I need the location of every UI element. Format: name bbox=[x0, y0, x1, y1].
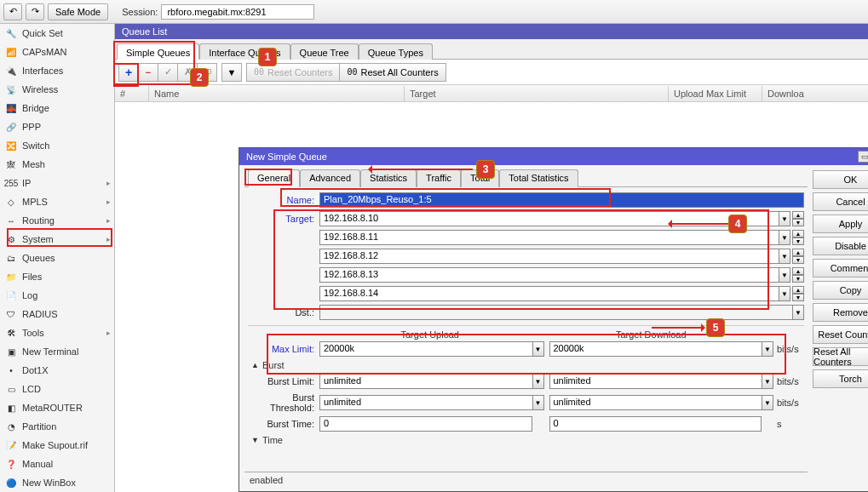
undo-button[interactable]: ↶ bbox=[3, 3, 22, 20]
sidebar-item-make-supout.rif[interactable]: 📝Make Supout.rif bbox=[0, 436, 114, 455]
dialog-tab-advanced[interactable]: Advanced bbox=[300, 169, 360, 187]
time-section-toggle[interactable]: ▼Time bbox=[251, 435, 804, 445]
sidebar-item-new-winbox[interactable]: 🔵New WinBox bbox=[0, 473, 114, 492]
sidebar-item-label: Switch bbox=[22, 140, 49, 151]
target-dropdown-3[interactable]: ▼ bbox=[779, 267, 790, 283]
sidebar-item-lcd[interactable]: ▭LCD bbox=[0, 380, 114, 398]
sidebar-item-wireless[interactable]: 📡Wireless bbox=[0, 80, 114, 99]
target-up-2[interactable]: ▲ bbox=[792, 249, 804, 256]
sidebar-item-mesh[interactable]: 🕸Mesh bbox=[0, 155, 114, 174]
sidebar-item-interfaces[interactable]: 🔌Interfaces bbox=[0, 61, 114, 80]
col-download[interactable]: Downloa bbox=[762, 86, 868, 101]
burst-threshold-up-dropdown[interactable]: ▼ bbox=[532, 395, 544, 410]
max-limit-down-input[interactable]: 20000k bbox=[549, 341, 763, 357]
burst-limit-down-input[interactable]: unlimited bbox=[549, 374, 763, 389]
target-dropdown-2[interactable]: ▼ bbox=[779, 249, 790, 264]
burst-section-toggle[interactable]: ▲Burst bbox=[251, 360, 804, 370]
dialog-reset-counters-button[interactable]: Reset Counters bbox=[813, 325, 868, 344]
dialog-tab-traffic[interactable]: Traffic bbox=[417, 169, 461, 187]
sidebar-item-system[interactable]: ⚙System▸ bbox=[0, 230, 114, 249]
sidebar-item-ppp[interactable]: 🔗PPP bbox=[0, 117, 114, 136]
target-down-3[interactable]: ▼ bbox=[792, 275, 804, 283]
redo-button[interactable]: ↷ bbox=[26, 3, 44, 20]
col-target[interactable]: Target bbox=[405, 86, 669, 101]
sidebar-icon: ◇ bbox=[5, 196, 17, 208]
dialog-tab-general[interactable]: General bbox=[248, 169, 300, 187]
dialog-disable-button[interactable]: Disable bbox=[813, 237, 868, 255]
target-down-2[interactable]: ▼ bbox=[792, 256, 804, 264]
dialog-comment-button[interactable]: Comment bbox=[813, 259, 868, 277]
add-button[interactable]: + bbox=[118, 63, 139, 82]
sidebar-item-switch[interactable]: 🔀Switch bbox=[0, 136, 114, 155]
burst-threshold-up-input[interactable]: unlimited bbox=[319, 395, 533, 410]
max-limit-down-dropdown[interactable]: ▼ bbox=[762, 341, 773, 357]
target-down-4[interactable]: ▼ bbox=[792, 294, 804, 301]
sidebar-item-log[interactable]: 📄Log bbox=[0, 286, 114, 305]
dialog-torch-button[interactable]: Torch bbox=[813, 369, 868, 388]
name-input[interactable]: Plan_20Mbps_Reuso_1:5 bbox=[319, 192, 804, 208]
session-label: Session: bbox=[122, 7, 158, 17]
sidebar-item-tools[interactable]: 🛠Tools▸ bbox=[0, 323, 114, 342]
unit-bits: bits/s bbox=[773, 344, 804, 354]
sidebar-item-radius[interactable]: 🛡RADIUS bbox=[0, 305, 114, 323]
dialog-cancel-button[interactable]: Cancel bbox=[813, 192, 868, 211]
dialog-ok-button[interactable]: OK bbox=[813, 170, 868, 189]
sidebar-item-bridge[interactable]: 🌉Bridge bbox=[0, 99, 114, 117]
target-input-2[interactable]: 192.168.8.12 bbox=[319, 249, 779, 264]
sidebar-item-metarouter[interactable]: ◧MetaROUTER bbox=[0, 398, 114, 417]
sidebar-item-partition[interactable]: ◔Partition bbox=[0, 417, 114, 436]
target-input-4[interactable]: 192.168.8.14 bbox=[319, 286, 779, 301]
target-input-3[interactable]: 192.168.8.13 bbox=[319, 267, 779, 283]
sidebar-item-label: Tools bbox=[22, 328, 44, 338]
filter-button[interactable]: ▼ bbox=[221, 63, 242, 82]
burst-time-up-input[interactable]: 0 bbox=[319, 416, 532, 432]
queue-tab-queue-types[interactable]: Queue Types bbox=[359, 43, 433, 60]
burst-limit-up-input[interactable]: unlimited bbox=[319, 374, 533, 389]
burst-limit-up-dropdown[interactable]: ▼ bbox=[532, 374, 544, 389]
safe-mode-button[interactable]: Safe Mode bbox=[48, 3, 108, 20]
target-up-4[interactable]: ▲ bbox=[792, 286, 804, 294]
target-dropdown-0[interactable]: ▼ bbox=[779, 211, 790, 226]
target-input-1[interactable]: 192.168.8.11 bbox=[319, 230, 779, 245]
dialog-copy-button[interactable]: Copy bbox=[813, 281, 868, 300]
dialog-min-button[interactable]: ▭ bbox=[858, 151, 868, 163]
sidebar-item-routing[interactable]: ↔Routing▸ bbox=[0, 211, 114, 230]
sidebar-item-new-terminal[interactable]: ▣New Terminal bbox=[0, 342, 114, 361]
burst-threshold-down-input[interactable]: unlimited bbox=[549, 395, 763, 410]
target-up-0[interactable]: ▲ bbox=[792, 211, 804, 219]
dialog-remove-button[interactable]: Remove bbox=[813, 303, 868, 322]
col-name[interactable]: Name bbox=[149, 86, 405, 101]
remove-button[interactable]: − bbox=[138, 63, 158, 82]
target-up-1[interactable]: ▲ bbox=[792, 230, 804, 237]
burst-limit-down-dropdown[interactable]: ▼ bbox=[762, 374, 773, 389]
queue-tab-queue-tree[interactable]: Queue Tree bbox=[290, 43, 359, 60]
sidebar-item-label: Partition bbox=[22, 421, 56, 432]
max-limit-up-dropdown[interactable]: ▼ bbox=[532, 341, 544, 357]
target-dropdown-1[interactable]: ▼ bbox=[779, 230, 790, 245]
dialog-tab-total-statistics[interactable]: Total Statistics bbox=[499, 169, 578, 187]
col-hash[interactable]: # bbox=[115, 86, 149, 101]
burst-time-down-input[interactable]: 0 bbox=[549, 416, 762, 432]
reset-all-counters-button[interactable]: 00Reset All Counters bbox=[339, 63, 445, 82]
target-up-3[interactable]: ▲ bbox=[792, 267, 804, 275]
enable-button[interactable]: ✓ bbox=[158, 63, 178, 82]
sidebar-item-dot1x[interactable]: •Dot1X bbox=[0, 361, 114, 380]
sidebar-item-capsman[interactable]: 📶CAPsMAN bbox=[0, 43, 114, 61]
dialog-titlebar[interactable]: New Simple Queue ▭ ✕ bbox=[239, 148, 868, 165]
sidebar-item-ip[interactable]: 255IP▸ bbox=[0, 174, 114, 192]
sidebar-item-manual[interactable]: ❓Manual bbox=[0, 455, 114, 473]
dialog-apply-button[interactable]: Apply bbox=[813, 215, 868, 233]
dst-dropdown[interactable]: ▼ bbox=[792, 305, 804, 320]
col-upload-max[interactable]: Upload Max Limit bbox=[669, 86, 762, 101]
sidebar-item-mpls[interactable]: ◇MPLS▸ bbox=[0, 192, 114, 211]
sidebar-item-queues[interactable]: 🗂Queues bbox=[0, 249, 114, 267]
sidebar-item-files[interactable]: 📁Files bbox=[0, 267, 114, 286]
max-limit-up-input[interactable]: 20000k bbox=[319, 341, 533, 357]
dialog-reset-all-counters-button[interactable]: Reset All Counters bbox=[813, 347, 868, 366]
target-down-0[interactable]: ▼ bbox=[792, 219, 804, 226]
queue-tab-simple-queues[interactable]: Simple Queues bbox=[117, 43, 199, 60]
target-down-1[interactable]: ▼ bbox=[792, 237, 804, 245]
sidebar-item-quick-set[interactable]: 🔧Quick Set bbox=[0, 24, 114, 43]
target-dropdown-4[interactable]: ▼ bbox=[779, 286, 790, 301]
burst-threshold-down-dropdown[interactable]: ▼ bbox=[762, 395, 773, 410]
